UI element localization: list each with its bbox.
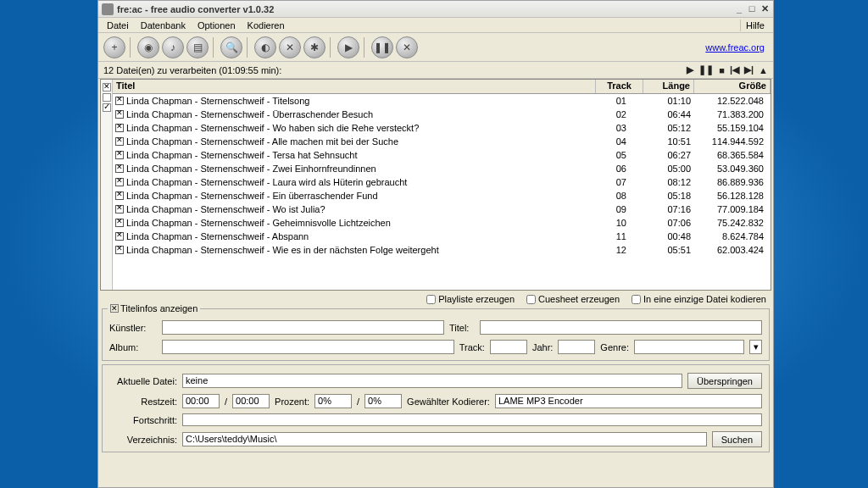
- add-files-icon[interactable]: +: [103, 36, 125, 58]
- row-size: 114.944.592: [694, 136, 771, 147]
- titleinfo-group: ✕ Titelinfos anzeigen Künstler: Titel: A…: [102, 308, 770, 361]
- tools-icon[interactable]: ✕: [279, 36, 301, 58]
- track-row[interactable]: Linda Chapman - Sternenschweif - Überras…: [113, 108, 771, 121]
- row-track: 03: [596, 123, 643, 133]
- verzeichnis-field[interactable]: C:\Users\teddy\Music\: [182, 432, 707, 446]
- maximize-button[interactable]: □: [747, 3, 757, 14]
- column-titel[interactable]: Titel: [113, 80, 596, 93]
- close-button[interactable]: ✕: [760, 3, 770, 14]
- restzeit-1: 00:00: [182, 394, 220, 408]
- row-track: 09: [596, 204, 643, 214]
- row-size: 71.383.200: [694, 109, 771, 119]
- track-row[interactable]: Linda Chapman - Sternenschweif - Wo habe…: [113, 121, 771, 135]
- disc-icon[interactable]: ◉: [137, 36, 159, 58]
- row-track: 10: [596, 218, 643, 228]
- skip-button[interactable]: Überspringen: [687, 373, 762, 389]
- app-icon: [102, 3, 114, 15]
- column-lange[interactable]: Länge: [643, 80, 694, 93]
- column-grobe[interactable]: Größe: [694, 80, 771, 93]
- minimize-button[interactable]: _: [734, 3, 744, 14]
- track-row[interactable]: Linda Chapman - Sternenschweif - Alle ma…: [113, 135, 771, 148]
- track-row[interactable]: Linda Chapman - Sternenschweif - Ein übe…: [113, 189, 771, 202]
- player-stop-icon[interactable]: ■: [719, 65, 725, 75]
- track-field[interactable]: [490, 340, 527, 354]
- album-field[interactable]: [162, 340, 454, 354]
- search-icon[interactable]: 🔍: [220, 36, 242, 58]
- track-row[interactable]: Linda Chapman - Sternenschweif - Geheimn…: [113, 216, 771, 230]
- player-play-icon[interactable]: ▶: [687, 64, 693, 75]
- row-size: 8.624.784: [694, 231, 771, 241]
- music-note-icon[interactable]: ♪: [162, 36, 184, 58]
- row-checkbox[interactable]: [115, 246, 124, 254]
- player-next-icon[interactable]: ▶|: [744, 64, 754, 75]
- menu-datenbank[interactable]: Datenbank: [136, 19, 191, 31]
- checkall-empty[interactable]: [103, 93, 111, 102]
- row-checkbox[interactable]: [115, 205, 124, 214]
- website-link[interactable]: www.freac.org: [705, 42, 768, 53]
- play-icon[interactable]: ▶: [337, 36, 359, 58]
- row-checkbox[interactable]: [115, 219, 124, 227]
- row-length: 05:00: [643, 164, 694, 174]
- prozent-label: Prozent:: [275, 396, 309, 407]
- titel-label: Titel:: [449, 323, 475, 333]
- opt-playliste[interactable]: Playliste erzeugen: [426, 294, 515, 304]
- column-track[interactable]: Track: [596, 80, 643, 93]
- menu-optionen[interactable]: Optionen: [192, 19, 241, 31]
- genre-label: Genre:: [600, 342, 629, 352]
- checkall-cross[interactable]: [103, 83, 111, 92]
- menu-hilfe[interactable]: Hilfe: [740, 19, 770, 31]
- track-row[interactable]: Linda Chapman - Sternenschweif - Abspann…: [113, 230, 771, 243]
- player-eject-icon[interactable]: ▲: [759, 65, 768, 75]
- stop-icon[interactable]: ✕: [396, 36, 418, 58]
- row-length: 07:06: [643, 218, 694, 228]
- row-length: 01:10: [643, 96, 694, 106]
- row-checkbox[interactable]: [115, 191, 124, 200]
- row-checkbox[interactable]: [115, 97, 124, 105]
- track-row[interactable]: Linda Chapman - Sternenschweif - Laura w…: [113, 175, 771, 189]
- row-checkbox[interactable]: [115, 151, 124, 159]
- row-checkbox[interactable]: [115, 232, 124, 241]
- row-size: 53.049.360: [694, 164, 771, 174]
- titel-field[interactable]: [480, 320, 762, 335]
- genre-field[interactable]: [634, 340, 744, 354]
- menu-kodieren[interactable]: Kodieren: [242, 19, 290, 31]
- opt-single-file[interactable]: In eine einzige Datei kodieren: [632, 294, 766, 304]
- pause-icon[interactable]: ❚❚: [371, 36, 393, 58]
- row-size: 77.009.184: [694, 204, 771, 214]
- opt-cuesheet[interactable]: Cuesheet erzeugen: [526, 294, 620, 304]
- row-checkbox[interactable]: [115, 164, 124, 173]
- prozent-1: 0%: [314, 394, 352, 408]
- network-icon[interactable]: ◐: [254, 36, 276, 58]
- track-row[interactable]: Linda Chapman - Sternenschweif - Wie es …: [113, 243, 771, 257]
- track-row[interactable]: Linda Chapman - Sternenschweif - Titelso…: [113, 94, 771, 108]
- genre-dropdown-icon[interactable]: ▾: [749, 340, 762, 354]
- player-pause-icon[interactable]: ❚❚: [698, 64, 714, 75]
- row-title: Linda Chapman - Sternenschweif - Geheimn…: [126, 218, 596, 228]
- gear-icon[interactable]: ✱: [303, 36, 326, 58]
- kunstler-field[interactable]: [162, 320, 444, 335]
- checkall-checked[interactable]: [103, 103, 111, 112]
- library-icon[interactable]: ▤: [186, 36, 209, 58]
- menu-datei[interactable]: Datei: [102, 19, 134, 31]
- track-row[interactable]: Linda Chapman - Sternenschweif - Wo ist …: [113, 202, 771, 216]
- browse-button[interactable]: Suchen: [712, 431, 762, 447]
- row-title: Linda Chapman - Sternenschweif - Alle ma…: [126, 136, 596, 147]
- track-row[interactable]: Linda Chapman - Sternenschweif - Tersa h…: [113, 148, 771, 162]
- row-checkbox[interactable]: [115, 137, 124, 146]
- row-length: 05:51: [643, 245, 694, 255]
- row-track: 12: [596, 245, 643, 255]
- row-checkbox[interactable]: [115, 110, 124, 119]
- row-track: 06: [596, 164, 643, 174]
- jahr-label: Jahr:: [532, 342, 553, 352]
- track-row[interactable]: Linda Chapman - Sternenschweif - Zwei Ei…: [113, 162, 771, 175]
- row-length: 00:48: [643, 231, 694, 241]
- row-checkbox[interactable]: [115, 124, 124, 132]
- jahr-field[interactable]: [558, 340, 595, 354]
- row-checkbox[interactable]: [115, 178, 124, 186]
- player-prev-icon[interactable]: |◀: [730, 64, 739, 75]
- titleinfo-legend: Titelinfos anzeigen: [120, 303, 198, 313]
- titleinfo-close-icon[interactable]: ✕: [110, 304, 119, 313]
- restzeit-2: 00:00: [232, 394, 270, 408]
- progress-bar: [182, 413, 762, 426]
- row-title: Linda Chapman - Sternenschweif - Wo ist …: [126, 204, 596, 214]
